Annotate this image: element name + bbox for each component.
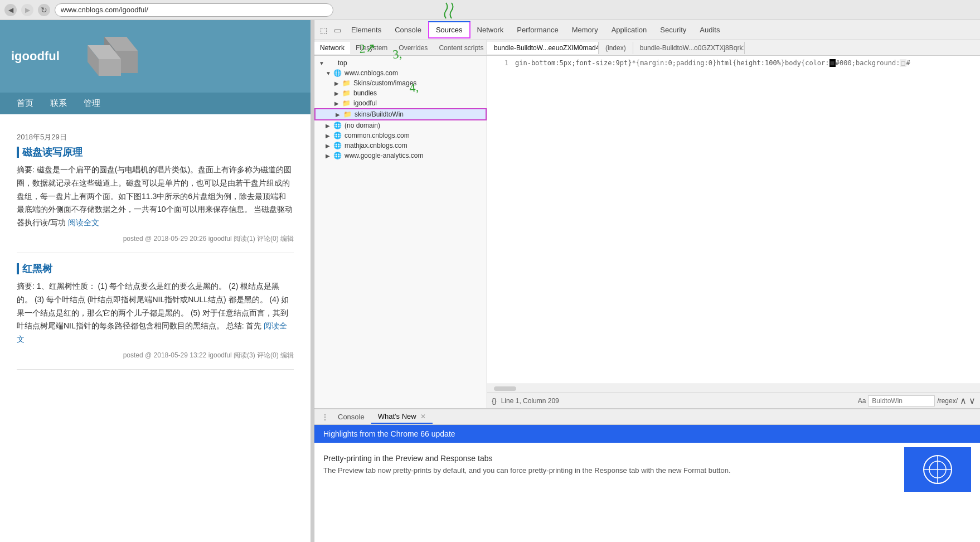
tree-arrow-ga: ▶ <box>326 153 333 159</box>
code-line-1: 1 gin-bottom:5px;font-size:9pt}*{margin:… <box>487 58 980 68</box>
tab-memory[interactable]: Memory <box>565 22 605 37</box>
bottom-more-icon[interactable]: ⋮ <box>319 413 331 422</box>
tree-google-analytics[interactable]: ▶ 🌐 www.google-analytics.com <box>314 151 487 161</box>
post-title-2: 红黑树 <box>17 262 294 275</box>
code-line-content-1: gin-bottom:5px;font-size:9pt}*{margin:0;… <box>515 58 910 68</box>
tree-cnblogs[interactable]: ▼ 🌐 www.cnblogs.com <box>314 68 487 78</box>
scrollbar-thumb[interactable] <box>494 386 516 391</box>
down-arrow-btn[interactable]: ∨ <box>969 395 976 406</box>
nav-contact[interactable]: 联系 <box>50 98 67 109</box>
tree-igoodful[interactable]: ▶ 📁 igoodful <box>314 98 487 108</box>
sources-sub-tabs: Network Filesystem Overrides Content scr… <box>314 40 487 56</box>
tree-common[interactable]: ▶ 🌐 common.cnblogs.com <box>314 130 487 141</box>
code-tab-3[interactable]: bundle-BuildtoW...o0GZXTXj8Bqrk1 <box>633 42 745 54</box>
nav-home[interactable]: 首页 <box>17 98 33 109</box>
devtools-main: Network Filesystem Overrides Content scr… <box>314 40 980 408</box>
title-bar-1 <box>17 147 19 158</box>
code-line-num-1: 1 <box>492 58 508 68</box>
folder-icon-bundles: 📁 <box>342 89 351 97</box>
update-image <box>904 447 971 492</box>
svg-marker-5 <box>99 59 121 76</box>
address-bar[interactable]: www.cnblogs.com/igoodful/ <box>55 3 333 17</box>
subtab-filesystem[interactable]: Filesystem <box>350 42 393 54</box>
regex-label: /regex/ <box>937 397 958 405</box>
tree-skins-images[interactable]: ▶ 📁 Skins/custom/images <box>314 78 487 88</box>
tree-arrow-cnblogs: ▼ <box>326 70 333 76</box>
aa-label: Aa <box>858 397 866 405</box>
tab-network[interactable]: Network <box>470 22 511 37</box>
tab-application[interactable]: Application <box>605 22 654 37</box>
globe-icon-common: 🌐 <box>333 132 342 139</box>
globe-icon-cnblogs: 🌐 <box>333 69 342 77</box>
tree-arrow-common: ▶ <box>326 133 333 139</box>
bottom-panel: ⋮ Console What's New ✕ Highlights from t… <box>314 408 980 542</box>
subtab-content-scripts[interactable]: Content scripts <box>433 42 489 54</box>
tab-sources[interactable]: Sources <box>428 21 470 38</box>
site-logo-image <box>71 31 154 81</box>
folder-icon-skins-images: 📁 <box>342 79 351 87</box>
tab-security[interactable]: Security <box>653 22 693 37</box>
browser-content: igoodful 首页 联系 管理 2018年5月29日 磁盘读写原理 <box>0 20 980 542</box>
post-meta-1: posted @ 2018-05-29 20:26 igoodful 阅读(1)… <box>17 234 294 253</box>
tree-label-nodomain: (no domain) <box>345 122 380 129</box>
tree-arrow-bundles: ▶ <box>334 90 342 96</box>
tree-arrow-skins-images: ▶ <box>334 80 342 86</box>
tree-label-top: top <box>338 59 347 67</box>
post-body-2: 摘要: 1、红黑树性质： (1) 每个结点要么是红的要么是黑的。 (2) 根结点… <box>17 280 294 346</box>
post-title-1: 磁盘读写原理 <box>17 146 294 159</box>
format-icon: {} <box>492 396 497 405</box>
site-header: igoodful <box>0 20 311 93</box>
nav-manage[interactable]: 管理 <box>84 98 100 109</box>
bottom-tab-close[interactable]: ✕ <box>420 413 426 420</box>
site-content: 2018年5月29日 磁盘读写原理 摘要: 磁盘是一个扁平的圆盘(与电唱机的唱片… <box>0 114 311 542</box>
tree-label-igoodful: igoodful <box>353 99 377 107</box>
code-tab-2[interactable]: (index) <box>599 42 633 54</box>
tree-label-cnblogs: www.cnblogs.com <box>345 69 398 77</box>
read-more-1[interactable]: 阅读全文 <box>68 218 99 227</box>
chrome-update-banner: Highlights from the Chrome 66 update <box>314 425 980 443</box>
horizontal-scrollbar[interactable] <box>487 384 980 393</box>
bottom-tab-whatsnew[interactable]: What's New ✕ <box>371 410 433 424</box>
bottom-content: Pretty-printing in the Preview and Respo… <box>314 443 980 542</box>
tab-elements[interactable]: Elements <box>345 22 388 37</box>
up-arrow-btn[interactable]: ∧ <box>960 395 967 406</box>
browser-chrome: ◀ ▶ ↻ www.cnblogs.com/igoodful/ <box>0 0 980 20</box>
code-footer: {} Line 1, Column 209 Aa /regex/ ∧ ∨ <box>487 393 980 408</box>
tab-performance[interactable]: Performance <box>510 22 565 37</box>
bottom-tabs: ⋮ Console What's New ✕ <box>314 409 980 425</box>
tree-label-bundles: bundles <box>353 89 377 97</box>
devtools-panel: ⬚ ▭ Elements Console Sources Network Per… <box>314 20 980 542</box>
tree-mathjax[interactable]: ▶ 🌐 mathjax.cnblogs.com <box>314 141 487 151</box>
refresh-button[interactable]: ↻ <box>38 4 50 16</box>
code-tab-label-3: bundle-BuildtoW...o0GZXTXj8Bqrk1 <box>640 44 745 52</box>
site-nav: 首页 联系 管理 <box>0 93 311 114</box>
code-panel: bundle-BuildtoW...eeuoZXIM0mad41 ✕ (inde… <box>487 40 980 408</box>
sources-sidebar: Network Filesystem Overrides Content scr… <box>314 40 487 408</box>
inspect-icon-btn[interactable]: ⬚ <box>317 23 331 37</box>
folder-icon-igoodful: 📁 <box>342 99 351 107</box>
tree-label-common: common.cnblogs.com <box>345 132 410 139</box>
bottom-tab-console[interactable]: Console <box>331 410 371 423</box>
tree-arrow-mathjax: ▶ <box>326 143 333 149</box>
title-bar-2 <box>17 263 19 274</box>
tree-arrow-top: ▼ <box>319 60 327 66</box>
search-input[interactable] <box>868 395 935 406</box>
tree-top[interactable]: ▼ top <box>314 58 487 68</box>
tab-console[interactable]: Console <box>388 22 428 37</box>
update-section: Pretty-printing in the Preview and Respo… <box>323 447 971 492</box>
back-button[interactable]: ◀ <box>4 4 17 16</box>
subtab-overrides[interactable]: Overrides <box>393 42 433 54</box>
tab-audits[interactable]: Audits <box>693 22 726 37</box>
code-content[interactable]: 1 gin-bottom:5px;font-size:9pt}*{margin:… <box>487 56 980 384</box>
tree-buildtowin[interactable]: ▶ 📁 skins/BuildtoWin <box>314 108 487 120</box>
tree-nodomain[interactable]: ▶ 🌐 (no domain) <box>314 120 487 130</box>
code-tab-1[interactable]: bundle-BuildtoW...eeuoZXIM0mad41 ✕ <box>487 42 599 54</box>
subtab-network[interactable]: Network <box>314 42 350 54</box>
code-position: Line 1, Column 209 <box>501 397 559 405</box>
forward-button[interactable]: ▶ <box>21 4 33 16</box>
tree-label-skins-images: Skins/custom/images <box>353 79 416 87</box>
tree-bundles[interactable]: ▶ 📁 bundles <box>314 88 487 98</box>
update-body-1: The Preview tab now pretty-prints by def… <box>323 465 886 476</box>
device-icon-btn[interactable]: ▭ <box>331 23 345 37</box>
website-panel: igoodful 首页 联系 管理 2018年5月29日 磁盘读写原理 <box>0 20 311 542</box>
